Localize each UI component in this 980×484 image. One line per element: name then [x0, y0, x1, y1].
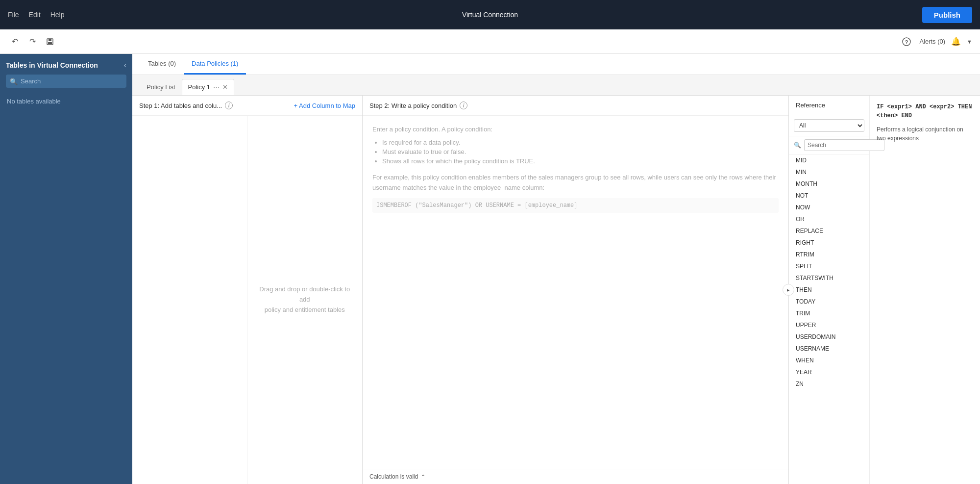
- step1-info-icon[interactable]: i: [225, 102, 233, 109]
- sidebar-search-icon: 🔍: [10, 77, 18, 85]
- top-bar-menu: File Edit Help: [8, 11, 64, 19]
- undo-icon[interactable]: ↶: [8, 35, 22, 49]
- step1-title: Step 1: Add tables and colu...: [139, 102, 222, 109]
- tabs-bar: Tables (0) Data Policies (1): [132, 54, 980, 75]
- policy-tabs: Policy List Policy 1 ⋯ ✕: [132, 75, 980, 96]
- policy-condition-body[interactable]: Enter a policy condition. A policy condi…: [363, 116, 788, 469]
- add-column-button[interactable]: + Add Column to Map: [294, 102, 355, 109]
- step1-header: Step 1: Add tables and colu... i + Add C…: [132, 96, 362, 116]
- policy-tab-list[interactable]: Policy List: [140, 79, 182, 95]
- list-item[interactable]: ZN: [789, 378, 869, 390]
- list-item[interactable]: RTRIM: [789, 249, 869, 260]
- step1-body: Drag and drop or double-click to add pol…: [132, 116, 362, 484]
- policy-tab-more-icon[interactable]: ⋯: [213, 83, 220, 91]
- policy-example-text: For example, this policy condition enabl…: [372, 173, 779, 193]
- sidebar: Tables in Virtual Connection ‹ 🔍 No tabl…: [0, 54, 132, 484]
- reference-panel: Reference All 🔍 MID MIN MONTH N: [789, 96, 980, 484]
- list-item[interactable]: USERDOMAIN: [789, 331, 869, 343]
- list-item[interactable]: THEN: [789, 284, 869, 296]
- alerts-dropdown-icon[interactable]: ▼: [967, 39, 972, 45]
- list-item[interactable]: WHEN: [789, 355, 869, 366]
- policy-tab-label: Policy 1: [188, 83, 211, 91]
- reference-filter: All: [789, 115, 869, 136]
- toolbar-right: ? Alerts (0) 🔔 ▼: [900, 35, 972, 49]
- list-item[interactable]: REPLACE: [789, 225, 869, 237]
- three-panel: Step 1: Add tables and colu... i + Add C…: [132, 96, 980, 484]
- menu-edit[interactable]: Edit: [29, 11, 41, 19]
- step2-header: Step 2: Write a policy condition i: [363, 96, 788, 116]
- step2-info-icon[interactable]: i: [460, 102, 467, 109]
- policy-bullet-1: Is required for a data policy.: [382, 139, 779, 146]
- list-item[interactable]: SPLIT: [789, 260, 869, 272]
- toolbar: ↶ ↷ ? Alerts (0) 🔔 ▼: [0, 29, 980, 54]
- toolbar-left: ↶ ↷: [8, 35, 57, 49]
- step2-panel: Step 2: Write a policy condition i Enter…: [363, 96, 789, 484]
- list-item[interactable]: TRIM: [789, 307, 869, 319]
- policy-tab-policy1[interactable]: Policy 1 ⋯ ✕: [182, 79, 235, 95]
- alerts-text[interactable]: Alerts (0): [919, 38, 945, 45]
- app-title: Virtual Connection: [462, 11, 518, 19]
- reference-search: 🔍: [789, 136, 869, 154]
- help-icon[interactable]: ?: [900, 35, 913, 49]
- reference-list-panel: Reference All 🔍 MID MIN MONTH N: [789, 96, 870, 484]
- list-item[interactable]: MONTH: [789, 178, 869, 190]
- svg-text:?: ?: [905, 39, 908, 45]
- panel2-footer: Calculation is valid ⌃: [363, 469, 788, 484]
- policy-bullet-2: Must evaluate to true or false.: [382, 148, 779, 155]
- list-item[interactable]: STARTSWITH: [789, 272, 869, 284]
- save-icon[interactable]: [43, 35, 57, 49]
- footer-chevron-icon[interactable]: ⌃: [421, 474, 425, 480]
- list-item[interactable]: USERNAME: [789, 343, 869, 355]
- list-item[interactable]: NOW: [789, 202, 869, 213]
- sidebar-empty-text: No tables available: [0, 93, 132, 110]
- policy-list: Is required for a data policy. Must eval…: [372, 139, 779, 165]
- step2-title: Step 2: Write a policy condition: [369, 102, 457, 109]
- list-item[interactable]: NOT: [789, 190, 869, 202]
- drag-drop-line1: Drag and drop or double-click to add: [259, 285, 350, 303]
- drag-drop-line2: policy and entitlement tables: [265, 306, 345, 313]
- reference-detail-panel: IF <expr1> AND <expr2> THEN <then> END P…: [870, 96, 980, 484]
- step1-right-column: Drag and drop or double-click to add pol…: [247, 116, 363, 484]
- publish-button[interactable]: Publish: [922, 7, 972, 23]
- list-item[interactable]: TODAY: [789, 296, 869, 307]
- list-item[interactable]: OR: [789, 213, 869, 225]
- list-item[interactable]: YEAR: [789, 366, 869, 378]
- sidebar-search: 🔍: [6, 75, 126, 88]
- list-item[interactable]: RIGHT: [789, 237, 869, 249]
- policy-tab-close-icon[interactable]: ✕: [222, 83, 228, 91]
- calculation-valid-text: Calculation is valid: [369, 473, 418, 480]
- menu-help[interactable]: Help: [50, 11, 65, 19]
- sidebar-search-input[interactable]: [6, 75, 126, 88]
- reference-header: Reference: [789, 96, 869, 115]
- reference-search-icon: 🔍: [794, 142, 801, 149]
- content-area: Tables (0) Data Policies (1) Policy List…: [132, 54, 980, 484]
- tab-data-policies[interactable]: Data Policies (1): [184, 54, 246, 75]
- main-layout: Tables in Virtual Connection ‹ 🔍 No tabl…: [0, 54, 980, 484]
- step1-panel: Step 1: Add tables and colu... i + Add C…: [132, 96, 363, 484]
- top-bar: File Edit Help Virtual Connection Publis…: [0, 0, 980, 29]
- policy-code: ISMEMBEROF ("SalesManager") OR USERNAME …: [372, 198, 779, 213]
- reference-desc: Performs a logical conjunction on two ex…: [877, 125, 973, 143]
- sidebar-collapse-icon[interactable]: ‹: [124, 61, 126, 70]
- drag-drop-text: Drag and drop or double-click to add pol…: [257, 284, 353, 315]
- policy-intro: Enter a policy condition. A policy condi…: [372, 126, 779, 133]
- bell-icon[interactable]: 🔔: [951, 37, 961, 46]
- redo-icon[interactable]: ↷: [25, 35, 39, 49]
- sidebar-title: Tables in Virtual Connection: [6, 61, 98, 69]
- sidebar-header: Tables in Virtual Connection ‹: [0, 54, 132, 75]
- menu-file[interactable]: File: [8, 11, 19, 19]
- svg-rect-1: [49, 39, 51, 41]
- svg-rect-2: [48, 42, 52, 44]
- panel-expand-icon[interactable]: ▸: [783, 284, 794, 296]
- step1-left-column: [132, 116, 247, 484]
- list-item[interactable]: MIN: [789, 166, 869, 178]
- reference-list: MID MIN MONTH NOT NOW OR REPLACE RIGHT R…: [789, 154, 869, 484]
- reference-formula: IF <expr1> AND <expr2> THEN <then> END: [877, 102, 973, 120]
- list-item[interactable]: UPPER: [789, 319, 869, 331]
- policy-bullet-3: Shows all rows for which the policy cond…: [382, 157, 779, 165]
- drag-drop-area[interactable]: Drag and drop or double-click to add pol…: [247, 116, 363, 484]
- tab-tables[interactable]: Tables (0): [140, 54, 184, 75]
- list-item[interactable]: MID: [789, 154, 869, 166]
- reference-filter-select[interactable]: All: [794, 119, 864, 132]
